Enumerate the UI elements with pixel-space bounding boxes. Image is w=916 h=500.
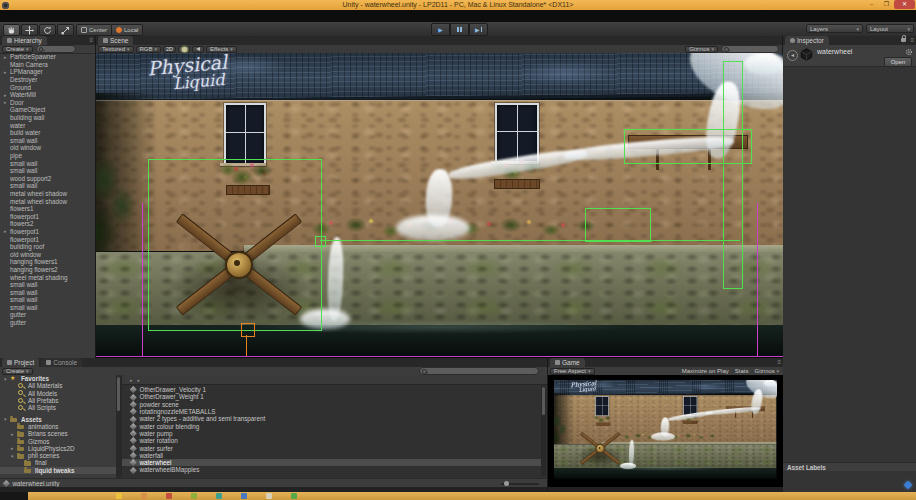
hand-tool-button[interactable]	[3, 24, 20, 36]
breadcrumb-item[interactable]	[126, 376, 134, 383]
hierarchy-item[interactable]: flowerpot1	[0, 235, 95, 243]
hierarchy-item[interactable]: wheel metal shading	[0, 273, 95, 281]
project-tree-item[interactable]: Assets	[0, 415, 121, 422]
hierarchy-item[interactable]: Destroyer	[0, 76, 95, 84]
file-row[interactable]: water surfer	[122, 444, 541, 451]
panel-menu-icon[interactable]: ≡	[89, 37, 93, 44]
hierarchy-item[interactable]: WaterMill	[0, 91, 95, 99]
hierarchy-item[interactable]: small wall	[0, 288, 95, 296]
restore-button[interactable]: ❐	[879, 0, 894, 9]
effects-dropdown[interactable]: Effects ▾	[206, 46, 237, 53]
game-viewport[interactable]: Physical Liquid	[548, 375, 783, 487]
project-search-input[interactable]	[419, 367, 539, 375]
hierarchy-item[interactable]: building wall	[0, 114, 95, 122]
file-row[interactable]: water rotation	[122, 437, 541, 444]
project-create-button[interactable]: Create ▾	[2, 368, 33, 375]
render-channel-dropdown[interactable]: RGB ▾	[136, 46, 162, 53]
project-tree-item[interactable]: final	[0, 459, 121, 466]
file-row[interactable]: rotatingnozzleMETABALLS	[122, 408, 541, 415]
step-button[interactable]: ▶	[469, 23, 488, 36]
hierarchy-item[interactable]: small wall	[0, 159, 95, 167]
taskbar-app-icon[interactable]	[191, 493, 197, 499]
tab-scene[interactable]: Scene	[98, 36, 133, 45]
gear-icon[interactable]	[905, 48, 913, 56]
hierarchy-item[interactable]: pipe	[0, 152, 95, 160]
hierarchy-item[interactable]: flowers1	[0, 205, 95, 213]
scale-tool-button[interactable]	[57, 24, 74, 36]
hierarchy-item[interactable]: Ground	[0, 83, 95, 91]
file-row[interactable]: water pump	[122, 430, 541, 437]
hierarchy-item[interactable]: flowerpot1	[0, 212, 95, 220]
windows-taskbar[interactable]	[0, 492, 916, 500]
thumbnail-size-slider[interactable]	[501, 483, 539, 485]
project-tree-item[interactable]: LiquidPhysics2D	[0, 445, 121, 452]
project-tree-item[interactable]: Brians scenes	[0, 430, 121, 437]
hierarchy-item[interactable]: old window	[0, 250, 95, 258]
hierarchy-item[interactable]: small wall	[0, 137, 95, 145]
tab-game[interactable]: Game	[550, 358, 585, 367]
tab-console[interactable]: Console	[41, 358, 82, 367]
hierarchy-item[interactable]: gutter	[0, 319, 95, 327]
project-tree-item[interactable]: Favorites	[0, 375, 121, 382]
rotate-tool-button[interactable]	[39, 24, 56, 36]
project-tree-item[interactable]: phil scenes	[0, 452, 121, 459]
hierarchy-create-button[interactable]: Create ▾	[2, 46, 33, 53]
hierarchy-item[interactable]: old window	[0, 144, 95, 152]
hierarchy-item[interactable]: wood support2	[0, 175, 95, 183]
breadcrumb-item[interactable]	[134, 376, 142, 383]
space-mode-button[interactable]: Local	[112, 24, 143, 36]
hierarchy-item[interactable]: hanging flowers1	[0, 258, 95, 266]
hierarchy-item[interactable]: small wall	[0, 167, 95, 175]
tree-scrollbar[interactable]	[116, 375, 121, 478]
hierarchy-item[interactable]: small wall	[0, 304, 95, 312]
file-row[interactable]: water 2 types - additive and semi transp…	[122, 415, 541, 422]
hierarchy-item[interactable]: ParticleSpawner	[0, 53, 95, 61]
project-tree-item[interactable]: Gizmos	[0, 437, 121, 444]
hierarchy-item[interactable]: Door	[0, 99, 95, 107]
hierarchy-item[interactable]: small wall	[0, 281, 95, 289]
hierarchy-item[interactable]: LPManager	[0, 68, 95, 76]
taskbar-app-icon[interactable]	[241, 493, 247, 499]
taskbar-app-icon[interactable]	[141, 493, 147, 499]
aspect-dropdown[interactable]: Free Aspect ▾	[550, 368, 595, 375]
project-tree-item[interactable]: liquid tweaks	[0, 467, 121, 474]
hierarchy-item[interactable]: building roof	[0, 243, 95, 251]
file-row[interactable]: waterwheel	[122, 459, 541, 466]
project-tree-item[interactable]: All Prefabs	[0, 397, 121, 404]
minimize-button[interactable]: –	[864, 0, 879, 9]
taskbar-app-icon[interactable]	[166, 493, 172, 499]
file-scrollbar[interactable]	[541, 386, 546, 476]
hierarchy-search-input[interactable]	[36, 45, 76, 53]
2d-toggle-button[interactable]: 2D	[163, 46, 176, 53]
move-tool-button[interactable]	[21, 24, 38, 36]
scene-search-input[interactable]	[721, 45, 779, 53]
file-row[interactable]: waterwheelBMapples	[122, 466, 541, 473]
tab-hierarchy[interactable]: Hierarchy	[2, 36, 47, 45]
hierarchy-item[interactable]: flowerpot1	[0, 228, 95, 236]
panel-menu-icon[interactable]: ≡	[910, 37, 914, 44]
project-tree-item[interactable]: animations	[0, 423, 121, 430]
tab-inspector[interactable]: Inspector	[785, 36, 829, 45]
hierarchy-item[interactable]: Main Camera	[0, 61, 95, 69]
taskbar-app-icon[interactable]	[266, 493, 272, 499]
hierarchy-item[interactable]: metal wheel shadow	[0, 197, 95, 205]
file-row[interactable]: water colour blending	[122, 422, 541, 429]
file-row[interactable]: waterfall	[122, 452, 541, 459]
hierarchy-item[interactable]: hanging flowers2	[0, 266, 95, 274]
project-tree-item[interactable]: All Scripts	[0, 404, 121, 411]
scene-gizmos-dropdown[interactable]: Gizmos ▾	[685, 46, 718, 53]
taskbar-app-icon[interactable]	[216, 493, 222, 499]
scene-viewport[interactable]: Physical Liquid	[96, 53, 783, 358]
pivot-mode-button[interactable]: Center	[76, 24, 112, 36]
scene-audio-button[interactable]	[192, 46, 204, 53]
tag-icon[interactable]	[904, 481, 912, 489]
hierarchy-item[interactable]: build water	[0, 129, 95, 137]
taskbar-app-icon[interactable]	[291, 493, 297, 499]
pause-button[interactable]	[450, 23, 469, 36]
open-button[interactable]: Open	[884, 57, 912, 67]
hierarchy-item[interactable]: metal wheel shadow	[0, 190, 95, 198]
maximize-on-play-button[interactable]: Maximize on Play	[682, 368, 729, 374]
shading-mode-dropdown[interactable]: Textured ▾	[98, 46, 134, 53]
file-row[interactable]: OtherDrawer_Weight 1	[122, 393, 541, 400]
tab-project[interactable]: Project	[2, 358, 39, 367]
